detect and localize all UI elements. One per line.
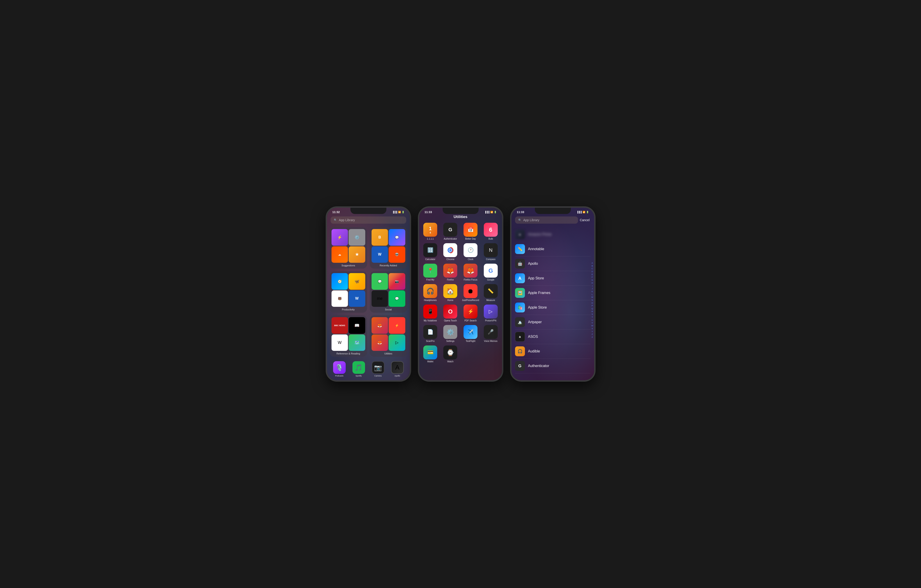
app-icon-betterday[interactable]: 📅 xyxy=(464,223,477,237)
app-item-ffocus[interactable]: 🦊 Firefox Focus xyxy=(462,264,479,281)
app-item-proton[interactable]: ▷ ProtonVPN xyxy=(482,305,499,322)
alpha-B[interactable]: B xyxy=(591,265,593,268)
alpha-U[interactable]: U xyxy=(591,319,593,322)
alpha-C[interactable]: C xyxy=(591,268,593,270)
app-shortcuts[interactable]: ⚡ xyxy=(332,229,348,246)
list-item-annotable[interactable]: ✏️ Annotable xyxy=(515,242,591,257)
app-flash[interactable]: ⚡ xyxy=(389,317,405,334)
app-item-bulb[interactable]: 6 Bulb xyxy=(482,223,499,240)
app-item-home[interactable]: 🏠 Home xyxy=(442,284,459,301)
app-maps[interactable]: 🗺️ xyxy=(348,335,365,351)
app-icon-google[interactable]: G xyxy=(484,264,498,278)
alpha-L[interactable]: L xyxy=(591,293,593,296)
app-wechat[interactable]: 💬 xyxy=(389,291,405,307)
app-reddit[interactable]: 👽 xyxy=(389,246,405,263)
alpha-S[interactable]: S xyxy=(591,313,593,316)
app-icon-1111[interactable]: 14 xyxy=(423,223,437,237)
app-icon-bulb[interactable]: 6 xyxy=(484,223,498,237)
folder-social[interactable]: 💬 📷 me 💬 Social xyxy=(370,271,407,313)
app-icon-jpr[interactable]: ⏺ xyxy=(464,284,477,298)
app-icon-compass[interactable]: N xyxy=(484,243,498,257)
app-ff1[interactable]: 🦊 xyxy=(371,317,388,334)
app-soundcloud[interactable]: ☁ xyxy=(332,246,348,263)
app-item-testflight[interactable]: ✈️ TestFlight xyxy=(462,325,479,342)
app-icon-camera[interactable]: 📷 xyxy=(372,361,384,374)
app-item-findmy[interactable]: 📍 Find My xyxy=(422,264,439,281)
alpha-F[interactable]: F xyxy=(591,276,593,279)
alpha-A[interactable]: A xyxy=(591,262,593,265)
app-item-voicememos[interactable]: 🎤 Voice Memos xyxy=(482,325,499,342)
app-item-clock[interactable]: 🕐 Clock xyxy=(462,243,479,260)
app-icon-ffocus[interactable]: 🦊 xyxy=(464,264,477,278)
alpha-J[interactable]: J xyxy=(591,288,593,290)
alpha-W[interactable]: W xyxy=(591,325,593,327)
cancel-button[interactable]: Cancel xyxy=(580,218,591,222)
app-icon-chrome[interactable] xyxy=(443,243,457,257)
app-icon-home[interactable]: 🏠 xyxy=(443,284,457,298)
list-item-applestore[interactable]: 🛍️ Apple Store xyxy=(515,300,591,315)
app-facetime[interactable]: me xyxy=(371,291,388,307)
app-icon-pdfsearch[interactable]: ⚡ xyxy=(464,305,477,318)
app-icon-watch[interactable]: ⌚ xyxy=(443,346,457,359)
alpha-P[interactable]: P xyxy=(591,305,593,307)
app-reeder[interactable]: ★ xyxy=(348,246,365,263)
app-icon-podcasts[interactable]: 🎙️ xyxy=(333,361,346,374)
app-item-google[interactable]: G Google xyxy=(482,264,499,281)
app-icon-scanpro[interactable]: 📄 xyxy=(423,325,437,339)
folder-recently-added[interactable]: B 💬 W 👽 Recently Added xyxy=(370,227,407,269)
app-bear[interactable]: B xyxy=(371,229,388,246)
app-wiki[interactable]: W xyxy=(332,335,348,351)
app-word[interactable]: W xyxy=(371,246,388,263)
app-icon-settings[interactable]: ⚙️ xyxy=(443,325,457,339)
app-kindle[interactable]: 📖 xyxy=(348,317,365,334)
list-item-artpaper[interactable]: 🏔️ Artpaper xyxy=(515,315,591,330)
folder-productivity[interactable]: 🧭 🦋 🐻 W Productivity xyxy=(330,271,367,313)
alpha-H[interactable]: H xyxy=(591,282,593,284)
app-item-scanpro[interactable]: 📄 ScanPro xyxy=(422,325,439,342)
list-item-audible[interactable]: 🎧 Audible xyxy=(515,344,591,359)
app-item-measure[interactable]: 📏 Measure xyxy=(482,284,499,301)
app-instagram[interactable]: 📷 xyxy=(389,273,405,290)
alpha-Y[interactable]: Y xyxy=(591,330,593,333)
folder-utilities[interactable]: 🦊 ⚡ 🦊 ▷ Utilities xyxy=(370,315,407,357)
app-item-settings[interactable]: ⚙️ Settings xyxy=(442,325,459,342)
app-item-apollo[interactable]: A Apollo xyxy=(391,361,404,377)
app-icon-vodafone[interactable]: 📱 xyxy=(423,305,437,318)
app-icon-clock[interactable]: 🕐 xyxy=(464,243,477,257)
app-icon-headphones[interactable]: 🎧 xyxy=(423,284,437,298)
app-item-opera[interactable]: O Opera Touch xyxy=(442,305,459,322)
app-settings[interactable]: ⚙️ xyxy=(348,229,365,246)
alpha-T[interactable]: T xyxy=(591,316,593,319)
list-item-asos[interactable]: a ASOS xyxy=(515,330,591,344)
app-icon-auth[interactable]: G xyxy=(443,223,457,237)
folder-reference[interactable]: BBC NEWS 📖 W 🗺️ Reference & Reading xyxy=(330,315,367,357)
app-messenger[interactable]: 💬 xyxy=(389,229,405,246)
app-icon-measure[interactable]: 📏 xyxy=(484,284,498,298)
app-icon-apollo[interactable]: A xyxy=(391,361,404,374)
app-icon-voicememos[interactable]: 🎤 xyxy=(484,325,498,339)
list-item-appstore[interactable]: A App Store xyxy=(515,271,591,286)
app-icon-calculator[interactable]: 🔢 xyxy=(423,243,437,257)
app-tes[interactable]: 🦋 xyxy=(348,273,365,290)
alpha-Q[interactable]: Q xyxy=(591,307,593,310)
app-bear2[interactable]: 🐻 xyxy=(332,291,348,307)
search-input-phone3[interactable]: 🔍 App Library xyxy=(515,216,578,224)
app-item-1111[interactable]: 14 1.1.1.1 xyxy=(422,223,439,240)
folder-suggestions[interactable]: ⚡ ⚙️ ☁ ★ Suggestions xyxy=(330,227,367,269)
app-item-spotify[interactable]: 🎵 Spotify xyxy=(352,361,365,377)
app-item-podcasts[interactable]: 🎙️ Podcasts xyxy=(333,361,346,377)
alpha-E[interactable]: E xyxy=(591,273,593,276)
app-icon-findmy[interactable]: 📍 xyxy=(423,264,437,278)
app-item-calculator[interactable]: 🔢 Calculator xyxy=(422,243,439,260)
alpha-R[interactable]: R xyxy=(591,310,593,313)
alpha-D[interactable]: D xyxy=(591,270,593,273)
alpha-M[interactable]: M xyxy=(591,296,593,299)
app-ff2[interactable]: 🦊 xyxy=(371,335,388,351)
app-icon-testflight[interactable]: ✈️ xyxy=(464,325,477,339)
alpha-V[interactable]: V xyxy=(591,322,593,325)
app-icon-spotify[interactable]: 🎵 xyxy=(352,361,365,374)
list-item-authenticator[interactable]: G Authenticator xyxy=(515,359,591,374)
alpha-hash[interactable]: # xyxy=(591,336,593,339)
alpha-X[interactable]: X xyxy=(591,328,593,330)
alphabet-sidebar[interactable]: A B C D E F G H I J K L M N O P Q R S T xyxy=(591,262,593,339)
